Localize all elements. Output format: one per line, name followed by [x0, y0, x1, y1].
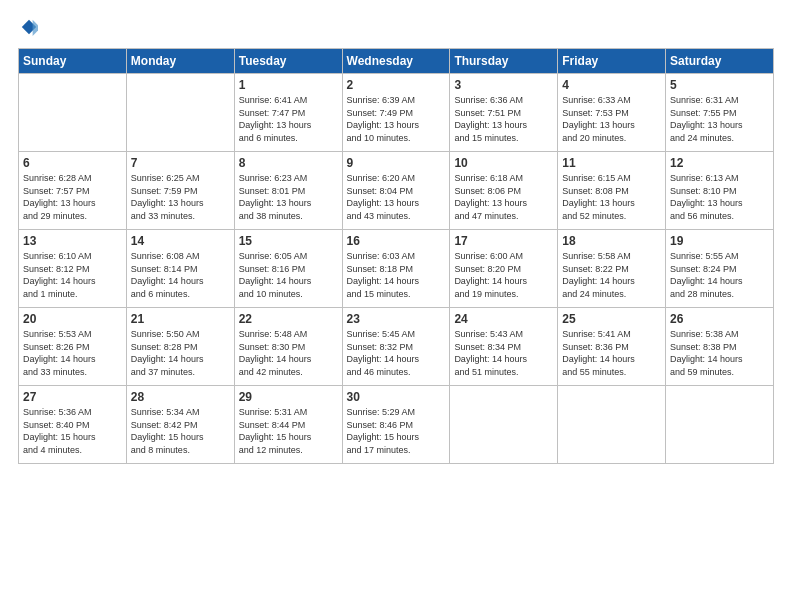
weekday-header-thursday: Thursday: [450, 49, 558, 74]
day-number: 23: [347, 312, 446, 326]
day-info: Sunrise: 6:05 AM Sunset: 8:16 PM Dayligh…: [239, 250, 338, 300]
calendar-cell: 7Sunrise: 6:25 AM Sunset: 7:59 PM Daylig…: [126, 152, 234, 230]
calendar-cell: 21Sunrise: 5:50 AM Sunset: 8:28 PM Dayli…: [126, 308, 234, 386]
calendar-cell: [558, 386, 666, 464]
day-info: Sunrise: 6:31 AM Sunset: 7:55 PM Dayligh…: [670, 94, 769, 144]
weekday-row: SundayMondayTuesdayWednesdayThursdayFrid…: [19, 49, 774, 74]
day-number: 3: [454, 78, 553, 92]
header: [18, 18, 774, 36]
day-number: 8: [239, 156, 338, 170]
day-number: 12: [670, 156, 769, 170]
calendar-cell: 6Sunrise: 6:28 AM Sunset: 7:57 PM Daylig…: [19, 152, 127, 230]
day-number: 30: [347, 390, 446, 404]
weekday-header-sunday: Sunday: [19, 49, 127, 74]
weekday-header-tuesday: Tuesday: [234, 49, 342, 74]
calendar-cell: 18Sunrise: 5:58 AM Sunset: 8:22 PM Dayli…: [558, 230, 666, 308]
day-number: 7: [131, 156, 230, 170]
calendar-week-0: 1Sunrise: 6:41 AM Sunset: 7:47 PM Daylig…: [19, 74, 774, 152]
day-info: Sunrise: 6:13 AM Sunset: 8:10 PM Dayligh…: [670, 172, 769, 222]
calendar-cell: 17Sunrise: 6:00 AM Sunset: 8:20 PM Dayli…: [450, 230, 558, 308]
day-info: Sunrise: 6:08 AM Sunset: 8:14 PM Dayligh…: [131, 250, 230, 300]
day-info: Sunrise: 6:41 AM Sunset: 7:47 PM Dayligh…: [239, 94, 338, 144]
calendar-cell: 8Sunrise: 6:23 AM Sunset: 8:01 PM Daylig…: [234, 152, 342, 230]
day-number: 15: [239, 234, 338, 248]
calendar-cell: 27Sunrise: 5:36 AM Sunset: 8:40 PM Dayli…: [19, 386, 127, 464]
day-number: 9: [347, 156, 446, 170]
day-info: Sunrise: 5:41 AM Sunset: 8:36 PM Dayligh…: [562, 328, 661, 378]
logo: [18, 18, 38, 36]
day-number: 14: [131, 234, 230, 248]
day-number: 11: [562, 156, 661, 170]
calendar-cell: 26Sunrise: 5:38 AM Sunset: 8:38 PM Dayli…: [666, 308, 774, 386]
day-number: 5: [670, 78, 769, 92]
day-info: Sunrise: 5:58 AM Sunset: 8:22 PM Dayligh…: [562, 250, 661, 300]
day-number: 20: [23, 312, 122, 326]
calendar-week-1: 6Sunrise: 6:28 AM Sunset: 7:57 PM Daylig…: [19, 152, 774, 230]
day-info: Sunrise: 5:31 AM Sunset: 8:44 PM Dayligh…: [239, 406, 338, 456]
day-info: Sunrise: 5:53 AM Sunset: 8:26 PM Dayligh…: [23, 328, 122, 378]
weekday-header-friday: Friday: [558, 49, 666, 74]
day-info: Sunrise: 5:55 AM Sunset: 8:24 PM Dayligh…: [670, 250, 769, 300]
day-info: Sunrise: 6:10 AM Sunset: 8:12 PM Dayligh…: [23, 250, 122, 300]
calendar-cell: [666, 386, 774, 464]
calendar-cell: 23Sunrise: 5:45 AM Sunset: 8:32 PM Dayli…: [342, 308, 450, 386]
day-info: Sunrise: 5:29 AM Sunset: 8:46 PM Dayligh…: [347, 406, 446, 456]
day-info: Sunrise: 6:23 AM Sunset: 8:01 PM Dayligh…: [239, 172, 338, 222]
day-number: 10: [454, 156, 553, 170]
calendar-cell: 12Sunrise: 6:13 AM Sunset: 8:10 PM Dayli…: [666, 152, 774, 230]
calendar-cell: 5Sunrise: 6:31 AM Sunset: 7:55 PM Daylig…: [666, 74, 774, 152]
weekday-header-saturday: Saturday: [666, 49, 774, 74]
calendar-cell: 14Sunrise: 6:08 AM Sunset: 8:14 PM Dayli…: [126, 230, 234, 308]
day-info: Sunrise: 6:20 AM Sunset: 8:04 PM Dayligh…: [347, 172, 446, 222]
calendar-cell: 4Sunrise: 6:33 AM Sunset: 7:53 PM Daylig…: [558, 74, 666, 152]
calendar-week-2: 13Sunrise: 6:10 AM Sunset: 8:12 PM Dayli…: [19, 230, 774, 308]
calendar-cell: [126, 74, 234, 152]
calendar-cell: 13Sunrise: 6:10 AM Sunset: 8:12 PM Dayli…: [19, 230, 127, 308]
calendar-cell: 9Sunrise: 6:20 AM Sunset: 8:04 PM Daylig…: [342, 152, 450, 230]
day-number: 6: [23, 156, 122, 170]
day-number: 16: [347, 234, 446, 248]
day-info: Sunrise: 5:50 AM Sunset: 8:28 PM Dayligh…: [131, 328, 230, 378]
day-number: 13: [23, 234, 122, 248]
calendar-table: SundayMondayTuesdayWednesdayThursdayFrid…: [18, 48, 774, 464]
calendar-cell: 10Sunrise: 6:18 AM Sunset: 8:06 PM Dayli…: [450, 152, 558, 230]
weekday-header-monday: Monday: [126, 49, 234, 74]
day-number: 4: [562, 78, 661, 92]
day-info: Sunrise: 5:45 AM Sunset: 8:32 PM Dayligh…: [347, 328, 446, 378]
day-number: 19: [670, 234, 769, 248]
day-info: Sunrise: 5:48 AM Sunset: 8:30 PM Dayligh…: [239, 328, 338, 378]
calendar-cell: 3Sunrise: 6:36 AM Sunset: 7:51 PM Daylig…: [450, 74, 558, 152]
day-info: Sunrise: 6:03 AM Sunset: 8:18 PM Dayligh…: [347, 250, 446, 300]
day-info: Sunrise: 5:43 AM Sunset: 8:34 PM Dayligh…: [454, 328, 553, 378]
day-number: 27: [23, 390, 122, 404]
calendar-cell: [19, 74, 127, 152]
day-info: Sunrise: 6:25 AM Sunset: 7:59 PM Dayligh…: [131, 172, 230, 222]
day-number: 26: [670, 312, 769, 326]
day-info: Sunrise: 6:28 AM Sunset: 7:57 PM Dayligh…: [23, 172, 122, 222]
calendar-cell: 24Sunrise: 5:43 AM Sunset: 8:34 PM Dayli…: [450, 308, 558, 386]
logo-text: [18, 18, 38, 36]
calendar-cell: 30Sunrise: 5:29 AM Sunset: 8:46 PM Dayli…: [342, 386, 450, 464]
day-number: 28: [131, 390, 230, 404]
day-number: 22: [239, 312, 338, 326]
day-info: Sunrise: 5:36 AM Sunset: 8:40 PM Dayligh…: [23, 406, 122, 456]
calendar-cell: 15Sunrise: 6:05 AM Sunset: 8:16 PM Dayli…: [234, 230, 342, 308]
day-number: 17: [454, 234, 553, 248]
calendar-week-3: 20Sunrise: 5:53 AM Sunset: 8:26 PM Dayli…: [19, 308, 774, 386]
calendar-cell: 11Sunrise: 6:15 AM Sunset: 8:08 PM Dayli…: [558, 152, 666, 230]
day-number: 24: [454, 312, 553, 326]
day-number: 21: [131, 312, 230, 326]
day-info: Sunrise: 6:39 AM Sunset: 7:49 PM Dayligh…: [347, 94, 446, 144]
day-info: Sunrise: 5:38 AM Sunset: 8:38 PM Dayligh…: [670, 328, 769, 378]
day-info: Sunrise: 6:18 AM Sunset: 8:06 PM Dayligh…: [454, 172, 553, 222]
calendar-cell: 22Sunrise: 5:48 AM Sunset: 8:30 PM Dayli…: [234, 308, 342, 386]
calendar-cell: 20Sunrise: 5:53 AM Sunset: 8:26 PM Dayli…: [19, 308, 127, 386]
day-info: Sunrise: 5:34 AM Sunset: 8:42 PM Dayligh…: [131, 406, 230, 456]
day-info: Sunrise: 6:15 AM Sunset: 8:08 PM Dayligh…: [562, 172, 661, 222]
day-info: Sunrise: 6:00 AM Sunset: 8:20 PM Dayligh…: [454, 250, 553, 300]
day-number: 25: [562, 312, 661, 326]
svg-marker-1: [33, 20, 38, 36]
day-number: 1: [239, 78, 338, 92]
calendar-week-4: 27Sunrise: 5:36 AM Sunset: 8:40 PM Dayli…: [19, 386, 774, 464]
calendar-cell: 2Sunrise: 6:39 AM Sunset: 7:49 PM Daylig…: [342, 74, 450, 152]
